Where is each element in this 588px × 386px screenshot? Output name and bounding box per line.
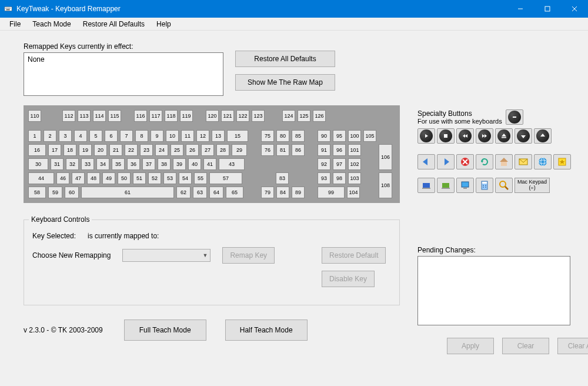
keyboard-key[interactable]: 91 xyxy=(318,144,330,156)
prev-track-icon[interactable] xyxy=(456,128,474,144)
half-teach-mode-button[interactable]: Half Teach Mode xyxy=(225,320,308,341)
keyboard-key[interactable]: 122 xyxy=(236,110,249,122)
favorites-icon[interactable] xyxy=(553,154,571,169)
keyboard-key[interactable]: 98 xyxy=(333,172,346,184)
mac-keypad-button[interactable]: Mac Keypad (=) xyxy=(514,178,550,193)
keyboard-key[interactable]: 101 xyxy=(348,144,361,156)
keyboard-key[interactable]: 115 xyxy=(108,110,121,122)
keyboard-key[interactable]: 96 xyxy=(333,144,346,156)
clear-button[interactable]: Clear xyxy=(502,338,549,354)
volume-down-icon[interactable] xyxy=(514,128,532,144)
keyboard-key[interactable]: 43 xyxy=(219,158,245,170)
stop-browse-icon[interactable] xyxy=(456,154,474,169)
keyboard-key[interactable]: 103 xyxy=(348,172,361,184)
keyboard-key[interactable]: 116 xyxy=(134,110,147,122)
keyboard-key[interactable]: 118 xyxy=(165,110,178,122)
keyboard-key[interactable]: 80 xyxy=(276,130,289,142)
keyboard-key[interactable]: 5 xyxy=(89,130,102,142)
keyboard-key[interactable]: 99 xyxy=(318,187,345,198)
disable-key-button[interactable]: Disable Key xyxy=(322,271,375,287)
keyboard-key[interactable]: 95 xyxy=(333,130,346,142)
next-track-icon[interactable] xyxy=(476,128,493,144)
keyboard-key[interactable]: 108 xyxy=(379,172,392,198)
keyboard-key[interactable]: 13 xyxy=(212,130,225,142)
keyboard-key[interactable]: 93 xyxy=(318,172,330,184)
keyboard-key[interactable]: 60 xyxy=(65,187,79,198)
keyboard-key[interactable]: 119 xyxy=(180,110,193,122)
keyboard-key[interactable]: 26 xyxy=(186,144,199,156)
keyboard-key[interactable]: 33 xyxy=(81,158,94,170)
keyboard-key[interactable]: 49 xyxy=(102,172,115,184)
menu-file[interactable]: File xyxy=(5,19,25,29)
keyboard-key[interactable]: 36 xyxy=(127,158,140,170)
keyboard-key[interactable]: 15 xyxy=(227,130,248,142)
refresh-icon[interactable] xyxy=(476,154,493,169)
full-teach-mode-button[interactable]: Full Teach Mode xyxy=(124,320,206,341)
keyboard-key[interactable]: 35 xyxy=(112,158,125,170)
keyboard-key[interactable]: 21 xyxy=(109,144,122,156)
close-button[interactable] xyxy=(561,0,588,18)
search-icon[interactable] xyxy=(495,178,513,193)
keyboard-key[interactable]: 10 xyxy=(166,130,179,142)
keyboard-key[interactable]: 53 xyxy=(163,172,176,184)
keyboard-key[interactable]: 92 xyxy=(318,158,330,170)
mute-icon[interactable] xyxy=(506,109,523,125)
show-raw-map-button[interactable]: Show Me The Raw Map xyxy=(235,74,335,91)
keyboard-key[interactable]: 112 xyxy=(62,110,75,122)
keyboard-key[interactable]: 113 xyxy=(78,110,91,122)
calculator-icon[interactable] xyxy=(476,178,493,193)
keyboard-key[interactable]: 18 xyxy=(64,144,76,156)
keyboard-key[interactable]: 123 xyxy=(252,110,265,122)
mail-icon[interactable] xyxy=(514,154,532,169)
maximize-button[interactable] xyxy=(534,0,561,18)
keyboard-key[interactable]: 106 xyxy=(379,144,392,170)
keyboard-key[interactable]: 31 xyxy=(51,158,64,170)
keyboard-key[interactable]: 29 xyxy=(232,144,247,156)
wake-icon[interactable] xyxy=(437,178,455,193)
restore-all-defaults-button[interactable]: Restore All Defaults xyxy=(235,51,335,67)
keyboard-key[interactable]: 83 xyxy=(276,172,289,184)
keyboard-key[interactable]: 28 xyxy=(216,144,229,156)
restore-default-button[interactable]: Restore Default xyxy=(322,247,386,264)
remapping-dropdown[interactable]: ▼ xyxy=(122,249,211,262)
keyboard-key[interactable]: 64 xyxy=(209,187,223,198)
sleep-icon[interactable] xyxy=(417,178,435,193)
keyboard-key[interactable]: 51 xyxy=(133,172,146,184)
remap-key-button[interactable]: Remap Key xyxy=(222,247,275,264)
minimize-button[interactable] xyxy=(507,0,534,18)
keyboard-key[interactable]: 125 xyxy=(298,110,310,122)
keyboard-key[interactable]: 17 xyxy=(48,144,61,156)
keyboard-key[interactable]: 22 xyxy=(125,144,138,156)
eject-icon[interactable] xyxy=(495,128,513,144)
keyboard-key[interactable]: 47 xyxy=(72,172,85,184)
back-icon[interactable] xyxy=(417,154,435,169)
keyboard-key[interactable]: 23 xyxy=(140,144,153,156)
keyboard-key[interactable]: 65 xyxy=(226,187,243,198)
keyboard-key[interactable]: 27 xyxy=(201,144,214,156)
keyboard-key[interactable]: 52 xyxy=(148,172,161,184)
keyboard-key[interactable]: 38 xyxy=(158,158,171,170)
keyboard-key[interactable]: 100 xyxy=(348,130,361,142)
keyboard-key[interactable]: 59 xyxy=(48,187,62,198)
forward-icon[interactable] xyxy=(437,154,455,169)
keyboard-key[interactable]: 57 xyxy=(209,172,242,184)
home-icon[interactable] xyxy=(495,154,513,169)
keyboard-key[interactable]: 121 xyxy=(221,110,234,122)
keyboard-key[interactable]: 1 xyxy=(28,130,41,142)
keyboard-key[interactable]: 2 xyxy=(44,130,56,142)
menu-restore-defaults[interactable]: Restore All Defaults xyxy=(78,19,149,29)
menu-help[interactable]: Help xyxy=(152,19,176,29)
keyboard-key[interactable]: 50 xyxy=(118,172,131,184)
keyboard-key[interactable]: 4 xyxy=(74,130,87,142)
globe-icon[interactable] xyxy=(534,154,552,169)
keyboard-key[interactable]: 7 xyxy=(120,130,133,142)
keyboard-key[interactable]: 48 xyxy=(87,172,100,184)
keyboard-key[interactable]: 102 xyxy=(348,158,361,170)
keyboard-key[interactable]: 124 xyxy=(282,110,295,122)
keyboard-key[interactable]: 105 xyxy=(363,130,376,142)
keyboard-key[interactable]: 61 xyxy=(81,187,174,198)
play-icon[interactable] xyxy=(417,128,435,144)
keyboard-key[interactable]: 97 xyxy=(333,158,346,170)
keyboard-key[interactable]: 40 xyxy=(188,158,201,170)
keyboard-key[interactable]: 79 xyxy=(261,187,274,198)
